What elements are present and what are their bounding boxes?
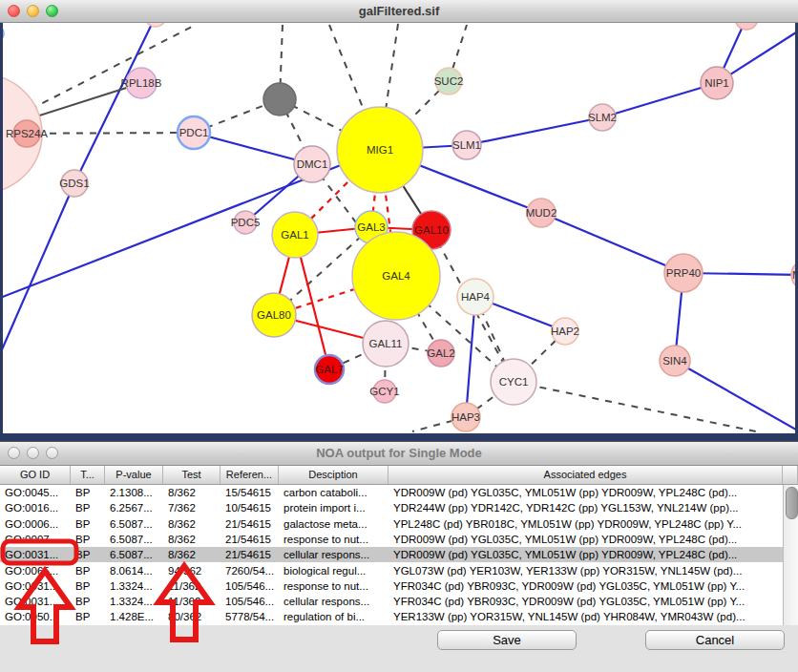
- table-cell: GO:0045...: [0, 485, 71, 500]
- table-row[interactable]: GO:0031...BP1.3324...11/362105/546...cel…: [0, 594, 783, 609]
- table-cell: 11/362: [163, 578, 220, 594]
- column-header[interactable]: Referen...: [220, 466, 279, 484]
- node-label: GCY1: [369, 386, 399, 397]
- table-cell: 21/54615: [220, 547, 279, 562]
- network-edge[interactable]: [675, 361, 795, 430]
- network-node[interactable]: [263, 83, 296, 116]
- table-cell: protein import i...: [279, 500, 388, 515]
- network-window-titlebar[interactable]: galFiltered.sif: [0, 0, 798, 23]
- table-cell: regulation of bi...: [279, 609, 388, 624]
- table-cell: 8/362: [163, 516, 220, 532]
- node-label: RPS24A: [6, 128, 48, 139]
- node-label: GAL80: [257, 309, 291, 321]
- node-label: GAL4: [382, 270, 410, 282]
- results-table[interactable]: GO:0045...BP2.1308...8/36215/54615carbon…: [0, 485, 783, 625]
- table-cell: GO:0007...: [0, 532, 71, 547]
- table-cell: 8/362: [163, 547, 220, 562]
- column-header[interactable]: Desciption: [279, 466, 388, 484]
- column-header[interactable]: P-value: [105, 466, 163, 484]
- table-cell: YGL073W (pd) YER103W, YER133W (pp) YOR31…: [388, 563, 783, 578]
- table-cell: BP: [71, 516, 105, 532]
- node-label: GAL10: [414, 224, 449, 236]
- table-cell: 6.5087...: [105, 532, 163, 547]
- table-row[interactable]: GO:0065...BP8.0614...94/3627260/54...bio…: [0, 563, 783, 578]
- table-cell: 5778/54...: [220, 609, 279, 624]
- node-label: RPL18B: [121, 77, 162, 89]
- node-label: GAL3: [357, 221, 385, 233]
- cancel-button[interactable]: Cancel: [645, 630, 785, 650]
- node-label: DMC1: [297, 158, 328, 170]
- network-canvas[interactable]: MSL5RPL18BRPS24AGDS1PDC1PDC5DMC1MIG1SUC2…: [3, 23, 795, 433]
- table-cell: response to nut...: [279, 578, 388, 594]
- table-cell: 21/54615: [220, 532, 279, 547]
- table-cell: YDR244W (pp) YDR142C, YDR142C (pp) YGL15…: [388, 500, 783, 515]
- table-cell: 6.5087...: [105, 516, 163, 532]
- table-scrollbar[interactable]: [783, 485, 798, 625]
- column-header[interactable]: GO ID: [0, 466, 71, 484]
- noa-window-titlebar[interactable]: NOA output for Single Mode: [0, 442, 798, 466]
- table-row[interactable]: GO:0050...BP1.428E...80/3625778/54...reg…: [0, 609, 783, 624]
- table-cell: YDR009W (pd) YGL035C, YML051W (pp) YDR00…: [388, 547, 783, 562]
- save-button[interactable]: Save: [437, 630, 577, 650]
- table-header: GO IDT...P-valueTestReferen...Desciption…: [0, 466, 798, 485]
- network-node[interactable]: [3, 25, 4, 42]
- node-label: GAL2: [427, 347, 454, 359]
- table-cell: cellular respons...: [279, 594, 388, 609]
- node-label: GAL1: [281, 229, 308, 241]
- node-label: MUD2: [526, 207, 557, 219]
- table-cell: BP: [71, 500, 105, 515]
- node-label: GDS1: [59, 178, 89, 189]
- table-cell: galactose meta...: [279, 516, 388, 532]
- node-label: HAP3: [452, 411, 480, 423]
- table-cell: GO:0050...: [0, 609, 71, 624]
- table-cell: 21/54615: [220, 516, 279, 532]
- column-header[interactable]: T...: [71, 466, 105, 484]
- table-cell: 1.3324...: [105, 578, 163, 594]
- column-header[interactable]: [783, 466, 798, 484]
- network-edge[interactable]: [602, 83, 717, 117]
- node-label: CYC1: [499, 376, 529, 388]
- table-cell: 7260/54...: [220, 563, 279, 578]
- table-cell: YFR034C (pd) YBR093C, YDR009W (pd) YGL03…: [388, 578, 783, 594]
- table-cell: carbon cataboli...: [279, 485, 388, 500]
- table-row[interactable]: GO:0031...BP1.3324...11/362105/546...res…: [0, 578, 783, 594]
- node-label: MSL5: [792, 269, 795, 281]
- scrollbar-thumb[interactable]: [786, 487, 798, 519]
- screen: galFiltered.sif MSL5RPL18BRPS24AGDS1PDC1…: [0, 0, 798, 672]
- table-cell: GO:0031...: [0, 547, 71, 562]
- network-edge[interactable]: [467, 117, 602, 145]
- network-edge[interactable]: [514, 382, 756, 431]
- node-label: PDC5: [231, 217, 261, 228]
- table-cell: BP: [71, 563, 105, 578]
- node-label: PRP40: [666, 267, 701, 279]
- network-edge[interactable]: [3, 183, 74, 354]
- table-cell: 8.0614...: [105, 563, 163, 578]
- noa-window: NOA output for Single Mode GO IDT...P-va…: [0, 441, 798, 672]
- table-cell: BP: [71, 547, 105, 562]
- network-edge[interactable]: [541, 213, 683, 273]
- table-row[interactable]: GO:0016...BP6.2567...7/36210/54615protei…: [0, 500, 783, 515]
- node-label: MIG1: [367, 144, 393, 156]
- table-row[interactable]: GO:0031...BP6.5087...8/36221/54615cellul…: [0, 547, 783, 562]
- table-cell: BP: [71, 594, 105, 609]
- table-cell: BP: [71, 485, 105, 500]
- network-node[interactable]: [735, 23, 758, 30]
- table-cell: 2.1308...: [105, 485, 163, 500]
- network-edge[interactable]: [74, 23, 156, 183]
- column-header[interactable]: Associated edges: [388, 466, 783, 484]
- table-cell: GO:0065...: [0, 563, 71, 578]
- table-row[interactable]: GO:0007...BP6.5087...8/36221/54615respon…: [0, 532, 783, 547]
- table-cell: 6.5087...: [105, 547, 163, 562]
- table-cell: GO:0006...: [0, 516, 71, 532]
- table-cell: GO:0031...: [0, 578, 71, 594]
- network-node[interactable]: [145, 23, 166, 27]
- column-header[interactable]: Test: [163, 466, 220, 484]
- network-window-title: galFiltered.sif: [0, 4, 798, 18]
- table-cell: response to nut...: [279, 532, 388, 547]
- table-cell: 15/54615: [220, 485, 279, 500]
- table-cell: BP: [71, 578, 105, 594]
- table-row[interactable]: GO:0006...BP6.5087...8/36221/54615galact…: [0, 516, 783, 532]
- table-cell: 105/546...: [220, 578, 279, 594]
- table-row[interactable]: GO:0045...BP2.1308...8/36215/54615carbon…: [0, 485, 783, 500]
- table-cell: YFR034C (pd) YBR093C, YDR009W (pd) YGL03…: [388, 594, 783, 609]
